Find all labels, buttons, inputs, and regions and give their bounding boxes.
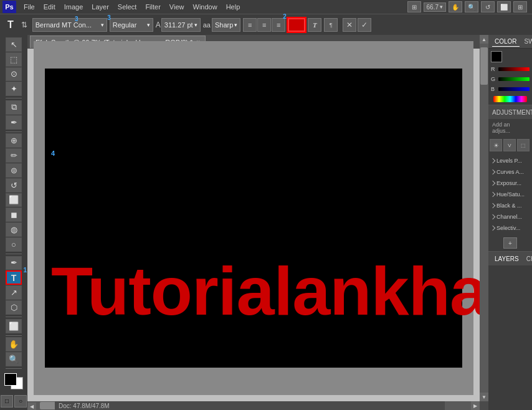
vertical-scrollbar[interactable]: ▲ ▼ bbox=[480, 35, 488, 401]
canvas-area: Efek Smoth @ 66.7% (Tutorialankha.com, R… bbox=[27, 35, 488, 410]
crop-tool[interactable]: ⧉ bbox=[6, 100, 22, 115]
scroll-left-button[interactable]: ◀ bbox=[27, 403, 36, 411]
commit-button[interactable]: ✓ bbox=[358, 18, 371, 32]
swatches-tab[interactable]: SW bbox=[522, 37, 532, 46]
zoom-tool-icon[interactable]: 🔍 bbox=[465, 1, 478, 12]
menu-bar: Ps File Edit Image Layer Select Filter V… bbox=[0, 0, 532, 14]
color-tab[interactable]: COLOR bbox=[492, 37, 520, 47]
healing-brush-tool[interactable]: ⊕ bbox=[6, 133, 22, 148]
scroll-thumb-vertical[interactable] bbox=[480, 47, 488, 85]
text-tool[interactable]: T 1 bbox=[6, 270, 22, 285]
quick-mask-button[interactable]: ○ bbox=[14, 395, 27, 408]
hue-saturation-item[interactable]: Hue/Satu... bbox=[488, 189, 532, 200]
menu-image[interactable]: Image bbox=[60, 2, 87, 12]
exposure-item[interactable]: Exposur... bbox=[488, 178, 532, 189]
view-mode-icon[interactable]: ⬜ bbox=[497, 1, 511, 12]
layers-tab[interactable]: LAYERS bbox=[492, 254, 521, 264]
scroll-up-button[interactable]: ▲ bbox=[480, 35, 488, 44]
scroll-down-button[interactable]: ▼ bbox=[480, 393, 488, 401]
color-swatch-row bbox=[491, 51, 530, 62]
text-color-swatch[interactable] bbox=[288, 18, 305, 32]
toolbar-separator-1 bbox=[6, 98, 22, 98]
menu-edit[interactable]: Edit bbox=[40, 2, 59, 12]
foreground-color[interactable] bbox=[4, 373, 17, 386]
align-center-button[interactable]: ≡ bbox=[257, 18, 271, 32]
green-slider[interactable] bbox=[498, 77, 530, 81]
align-left-button[interactable]: ≡ bbox=[243, 18, 257, 32]
hand-tool-icon[interactable]: ✋ bbox=[449, 1, 462, 12]
right-panel: COLOR SW R G B bbox=[488, 35, 532, 410]
antialiasing-dropdown[interactable]: Sharp ▾ bbox=[212, 18, 240, 32]
brightness-levels-icon[interactable]: ☀ bbox=[490, 139, 502, 151]
adjustment-list: Levels P... Curves A... Exposur... Hue/S… bbox=[488, 154, 532, 235]
blur-tool[interactable]: ◍ bbox=[6, 222, 22, 237]
standard-mode-button[interactable]: □ bbox=[1, 395, 13, 408]
options-bar: 3 T ⇅ Bernard MT Con... ▾ 3 Regular ▾ A … bbox=[0, 14, 532, 35]
text-orientation-icon[interactable]: ⇅ bbox=[19, 19, 30, 31]
font-family-dropdown[interactable]: Bernard MT Con... ▾ bbox=[32, 18, 107, 32]
exposure-icon[interactable]: ⬚ bbox=[517, 139, 530, 151]
brush-tool[interactable]: ✏ bbox=[6, 148, 22, 163]
curves-icon[interactable]: V bbox=[503, 139, 516, 151]
blue-slider[interactable] bbox=[498, 87, 530, 91]
menu-select[interactable]: Select bbox=[114, 2, 141, 12]
menu-help[interactable]: Help bbox=[222, 2, 244, 12]
eyedropper-tool[interactable]: ✒ bbox=[6, 115, 22, 130]
canvas[interactable]: Tutorialankha.com 4 bbox=[45, 69, 462, 368]
menu-view[interactable]: View bbox=[166, 2, 188, 12]
zoom-dropdown[interactable]: 66.7 ▾ bbox=[424, 2, 446, 12]
rectangular-marquee-tool[interactable]: ⬚ bbox=[6, 52, 22, 67]
add-adjustment-button[interactable]: + bbox=[503, 237, 517, 249]
scroll-right-button[interactable]: ▶ bbox=[471, 401, 480, 410]
rotate-icon[interactable]: ↺ bbox=[481, 1, 495, 12]
shape-tool[interactable]: ⬡ bbox=[6, 300, 22, 315]
exposure-label: Exposur... bbox=[496, 180, 521, 186]
eraser-tool[interactable]: ⬜ bbox=[6, 193, 22, 207]
exposure-arrow-icon bbox=[490, 181, 495, 186]
g-label: G bbox=[491, 76, 497, 82]
red-slider[interactable] bbox=[498, 67, 530, 71]
font-style-value: Regular bbox=[113, 21, 145, 29]
move-tool[interactable]: ↖ bbox=[6, 37, 22, 52]
levels-item[interactable]: Levels P... bbox=[488, 155, 532, 166]
history-brush-tool[interactable]: ↺ bbox=[6, 178, 22, 193]
gradient-tool[interactable]: ◼ bbox=[6, 207, 22, 222]
toolbar-separator-5 bbox=[6, 335, 22, 336]
align-right-button[interactable]: ≡ bbox=[272, 18, 285, 32]
foreground-background-colors bbox=[4, 373, 23, 389]
cancel-button[interactable]: ✕ bbox=[343, 18, 356, 32]
color-swatch[interactable] bbox=[491, 51, 502, 62]
dodge-tool[interactable]: ○ bbox=[6, 237, 22, 252]
hand-tool[interactable]: ✋ bbox=[6, 337, 22, 351]
text-tool-options-icon[interactable]: T bbox=[5, 18, 16, 32]
font-size-box[interactable]: 311.27 pt ▾ bbox=[161, 18, 201, 32]
arrange-icon[interactable]: ⊞ bbox=[407, 1, 421, 12]
path-selection-tool[interactable]: ↗ bbox=[6, 285, 22, 300]
character-panel-button[interactable]: ¶ bbox=[324, 18, 338, 32]
selective-color-item[interactable]: Selectiv... bbox=[488, 222, 532, 234]
menu-file[interactable]: File bbox=[20, 2, 39, 12]
warp-text-button[interactable]: T bbox=[308, 18, 321, 32]
font-size-value: 311.27 pt bbox=[164, 21, 193, 29]
clone-stamp-tool[interactable]: ⊚ bbox=[6, 163, 22, 178]
menu-layer[interactable]: Layer bbox=[88, 2, 113, 12]
spectrum-bar[interactable] bbox=[493, 96, 527, 102]
channel-mixer-item[interactable]: Channel... bbox=[488, 211, 532, 222]
selective-color-label: Selectiv... bbox=[496, 225, 520, 231]
channels-tab[interactable]: CH bbox=[524, 254, 532, 264]
curves-item[interactable]: Curves A... bbox=[488, 166, 532, 178]
menu-filter[interactable]: Filter bbox=[141, 2, 164, 12]
magic-wand-tool[interactable]: ✦ bbox=[6, 82, 22, 96]
zoom-tool[interactable]: 🔍 bbox=[6, 352, 22, 366]
black-white-arrow-icon bbox=[490, 203, 495, 208]
menu-window[interactable]: Window bbox=[189, 2, 221, 12]
pen-tool[interactable]: ✒ bbox=[6, 256, 22, 270]
channel-mixer-arrow-icon bbox=[490, 214, 495, 219]
r-label: R bbox=[491, 66, 497, 72]
black-white-item[interactable]: Black & ... bbox=[488, 200, 532, 211]
3d-tool[interactable]: ⬜ bbox=[6, 319, 22, 333]
extra-icon[interactable]: ⊞ bbox=[513, 1, 527, 12]
main-layout: ↖ ⬚ ⊙ ✦ ⧉ ✒ ⊕ ✏ ⊚ ↺ ⬜ ◼ ◍ ○ ✒ T 1 bbox=[0, 35, 532, 410]
lasso-tool[interactable]: ⊙ bbox=[6, 67, 22, 82]
font-style-dropdown[interactable]: Regular ▾ bbox=[110, 18, 153, 32]
